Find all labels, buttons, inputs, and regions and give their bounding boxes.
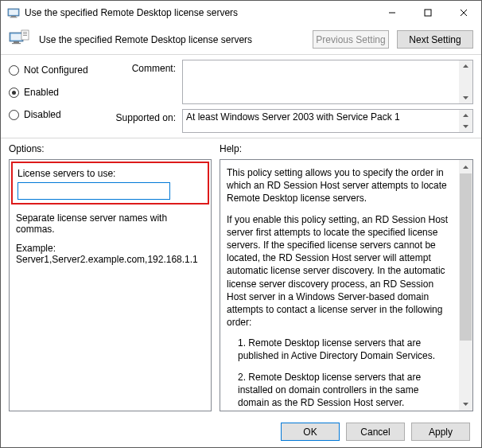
scroll-down-icon [459, 92, 472, 103]
supported-label: Supported on: [112, 109, 176, 123]
svg-rect-3 [10, 17, 17, 18]
help-text: This policy setting allows you to specif… [220, 160, 459, 411]
svg-rect-10 [14, 41, 19, 43]
svg-rect-1 [9, 10, 18, 15]
radio-group: Not Configured Enabled Disabled [9, 60, 104, 133]
svg-marker-17 [463, 96, 468, 99]
apply-button[interactable]: Apply [411, 423, 470, 441]
header-row: Use the specified Remote Desktop license… [9, 29, 473, 49]
gpo-dialog-window: Use the specified Remote Desktop license… [0, 0, 482, 448]
options-heading: Options: [9, 143, 212, 154]
options-panel: License servers to use: Separate license… [9, 159, 212, 411]
close-button[interactable] [445, 1, 481, 25]
highlight-annotation: License servers to use: [11, 162, 209, 205]
svg-rect-5 [425, 10, 431, 16]
comment-scrollbar[interactable] [459, 60, 472, 103]
comment-row: Comment: [112, 60, 473, 104]
divider-mid [1, 138, 481, 138]
svg-marker-18 [463, 114, 468, 117]
radio-disabled[interactable]: Disabled [9, 107, 104, 122]
cancel-button[interactable]: Cancel [346, 423, 405, 441]
radio-not-configured[interactable]: Not Configured [9, 63, 104, 77]
policy-icon [9, 29, 31, 49]
scroll-track[interactable] [459, 173, 472, 397]
hint-separate: Separate license server names with comma… [16, 212, 204, 235]
content: Use the specified Remote Desktop license… [1, 25, 481, 447]
svg-rect-12 [21, 30, 29, 40]
maximize-button[interactable] [410, 1, 445, 25]
button-row: OK Cancel Apply [9, 416, 473, 444]
supported-textarea: At least Windows Server 2003 with Servic… [182, 109, 473, 133]
window-controls [374, 1, 481, 25]
help-paragraph: 1. Remote Desktop license servers that a… [227, 337, 451, 362]
license-servers-input[interactable] [17, 182, 170, 200]
svg-rect-9 [11, 34, 22, 41]
radio-icon [9, 110, 19, 120]
policy-title: Use the specified Remote Desktop license… [39, 34, 305, 45]
previous-setting-button: Previous Setting [313, 30, 389, 49]
svg-marker-19 [463, 125, 468, 128]
app-icon [7, 6, 20, 19]
help-scrollbar[interactable] [459, 160, 472, 411]
scroll-thumb[interactable] [460, 173, 472, 341]
help-paragraph: This policy setting allows you to specif… [227, 166, 451, 205]
svg-marker-21 [463, 403, 468, 406]
comment-textarea[interactable] [182, 60, 473, 104]
divider-top [1, 54, 481, 55]
hint-example: Example: Server1,Server2.example.com,192… [16, 243, 204, 265]
radio-icon [9, 65, 19, 76]
panels-row: License servers to use: Separate license… [9, 159, 473, 411]
scroll-up-icon [459, 160, 472, 173]
minimize-button[interactable] [374, 1, 410, 25]
radio-label: Enabled [24, 87, 59, 98]
scroll-up-icon [459, 60, 472, 72]
window-title: Use the specified Remote Desktop license… [25, 7, 238, 18]
scroll-up-icon [459, 110, 472, 121]
right-fields: Comment: Supported on: At least Windows … [112, 60, 473, 133]
license-servers-label: License servers to use: [17, 168, 203, 179]
next-setting-button[interactable]: Next Setting [397, 30, 473, 49]
svg-marker-16 [463, 64, 468, 68]
titlebar-left: Use the specified Remote Desktop license… [7, 6, 238, 19]
scroll-down-icon [459, 121, 472, 132]
supported-row: Supported on: At least Windows Server 20… [112, 109, 473, 133]
titlebar: Use the specified Remote Desktop license… [1, 1, 481, 25]
help-heading: Help: [220, 143, 242, 154]
comment-label: Comment: [112, 60, 176, 74]
svg-rect-2 [11, 16, 16, 18]
ok-button[interactable]: OK [281, 423, 340, 441]
svg-marker-20 [463, 166, 468, 169]
supported-scrollbar[interactable] [459, 110, 472, 132]
radio-label: Not Configured [24, 64, 88, 76]
scroll-down-icon [459, 397, 472, 411]
radio-enabled[interactable]: Enabled [9, 85, 104, 99]
radio-icon [9, 88, 19, 98]
help-paragraph: 2. Remote Desktop license servers that a… [227, 371, 451, 410]
config-block: Not Configured Enabled Disabled Comment: [9, 60, 473, 133]
supported-text: At least Windows Server 2003 with Servic… [186, 111, 400, 123]
help-panel: This policy setting allows you to specif… [220, 159, 473, 411]
labels-row: Options: Help: [9, 143, 473, 154]
radio-label: Disabled [24, 109, 61, 120]
help-paragraph: If you enable this policy setting, an RD… [227, 213, 451, 329]
svg-rect-11 [12, 43, 21, 44]
